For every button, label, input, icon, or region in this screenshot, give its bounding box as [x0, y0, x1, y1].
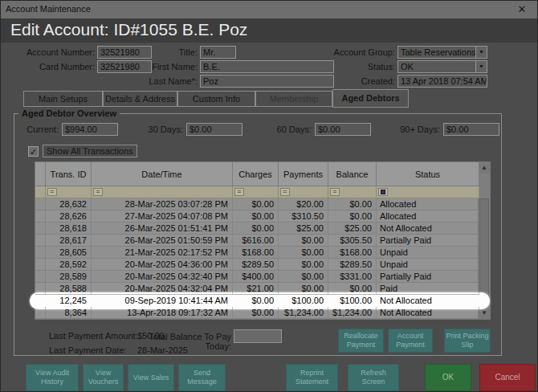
column-header-date-time[interactable]: Date/Time — [92, 162, 233, 186]
table-row[interactable]: 28,61726-Mar-2025 01:50:59 PM$616.00$0.0… — [35, 235, 478, 247]
total-balance-input[interactable] — [234, 329, 282, 343]
chevron-down-icon[interactable]: ▼ — [475, 47, 487, 58]
cell-id: 28,588 — [46, 283, 92, 295]
cell-payments: $0.00 — [279, 259, 328, 271]
table-row[interactable]: 28,59220-Mar-2025 04:36:00 PM$289.50$0.0… — [35, 259, 478, 271]
table-row[interactable]: 28,62627-Mar-2025 04:07:08 PM$0.00$310.5… — [35, 210, 478, 223]
filter-equals-icon[interactable]: = — [234, 188, 244, 196]
table-row[interactable]: 28,58920-Mar-2025 04:32:40 PM$400.00$0.0… — [35, 271, 478, 283]
filter-equals-icon[interactable]: = — [93, 188, 103, 196]
30-days-field: $0.00 — [186, 123, 243, 136]
window-title: Account Maintenance — [6, 4, 91, 14]
view-audit-history-button[interactable]: View Audit History — [26, 364, 79, 391]
total-balance-label: Total Balance To Pay Today: — [145, 332, 231, 351]
filter-cell-payments[interactable]: = — [279, 186, 328, 198]
filter-cell-trans-id[interactable]: = — [46, 186, 92, 198]
cell-id: 12,245 — [46, 295, 92, 307]
cell-datetime: 09-Sep-2019 10:41:44 AM — [92, 295, 233, 307]
print-packing-slip-button[interactable]: Print Packing Slip — [444, 329, 491, 353]
show-all-label: Show All Transactions — [43, 145, 137, 157]
account-group-select[interactable]: Table Reservations ▼ — [397, 46, 487, 59]
column-header-trans-id[interactable]: Trans. ID — [46, 162, 92, 186]
cell-datetime: 20-Mar-2025 04:32:04 PM — [92, 283, 233, 295]
ok-button[interactable]: OK — [425, 364, 471, 391]
table-row[interactable]: 28,63228-Mar-2025 03:07:28 PM$0.00$20.00… — [35, 198, 478, 210]
created-label: Created: — [314, 75, 395, 88]
check-icon: ✓ — [30, 147, 37, 157]
filter-equals-icon[interactable]: = — [330, 188, 340, 196]
cell-status: Not Allocated — [377, 223, 479, 235]
table-row[interactable]: 8,36413-Apr-2018 09:17:32 AM$0.00$1,234.… — [35, 307, 478, 319]
cell-status: Unpaid — [377, 247, 479, 259]
cell-datetime: 20-Mar-2025 04:32:40 PM — [92, 271, 233, 283]
view-vouchers-button[interactable]: View Vouchers — [83, 364, 124, 391]
refresh-screen-button[interactable]: Refresh Screen — [348, 364, 399, 391]
filter-cell-status[interactable] — [377, 186, 479, 198]
account-group-value: Table Reservations — [401, 47, 476, 57]
filter-cell-charges[interactable]: = — [233, 186, 279, 198]
cell-charges: $0.00 — [233, 307, 279, 319]
cell-status: Partially Paid — [377, 235, 479, 247]
status-select[interactable]: OK ▼ — [397, 60, 487, 73]
status-value: OK — [401, 62, 414, 71]
filter-equals-icon[interactable]: = — [47, 188, 57, 196]
cell-id: 28,605 — [46, 247, 92, 259]
cell-status: Allocated — [377, 198, 479, 210]
reallocate-payment-button[interactable]: Reallocate Payment — [338, 329, 384, 353]
table-row[interactable]: 28,60521-Mar-2025 02:17:52 PM$168.00$0.0… — [35, 247, 478, 259]
table-row[interactable]: 28,58820-Mar-2025 04:32:04 PM$21.00$0.00… — [35, 283, 478, 295]
cell-id: 28,617 — [46, 235, 92, 247]
scrollbar-thumb[interactable] — [479, 198, 489, 303]
cell-charges: $0.00 — [233, 223, 279, 235]
filter-box-icon[interactable] — [378, 188, 388, 196]
column-header-status[interactable]: Status — [377, 162, 479, 186]
tab-custom-info[interactable]: Custom Info — [177, 91, 255, 107]
filter-equals-icon[interactable]: = — [280, 188, 290, 196]
tab-details-address[interactable]: Details & Address — [103, 91, 177, 107]
reprint-statement-button[interactable]: Reprint Statement — [286, 364, 338, 391]
cell-charges: $0.00 — [233, 198, 279, 210]
tab-membership[interactable]: Membership — [255, 91, 332, 107]
view-sales-button[interactable]: View Sales — [128, 364, 174, 391]
send-message-button[interactable]: Send Message — [178, 364, 226, 391]
cell-balance: $331.00 — [328, 271, 377, 283]
cell-datetime: 28-Mar-2025 03:07:28 PM — [92, 198, 233, 210]
tab-aged-debtors[interactable]: Aged Debtors — [332, 89, 409, 108]
filter-cell-date-time[interactable]: = — [92, 186, 233, 198]
cell-charges: $0.00 — [233, 210, 279, 223]
filter-cell-balance[interactable]: = — [328, 186, 377, 198]
created-field: 13 Apr 2018 07:54 AM — [397, 75, 487, 88]
chevron-down-icon[interactable]: ▼ — [475, 61, 487, 72]
table-row[interactable]: 28,61826-Mar-2025 01:51:41 PM$0.00$25.00… — [35, 223, 478, 235]
90-days-field: $0.00 — [443, 123, 499, 136]
cell-id: 28,589 — [46, 271, 92, 283]
title-bar: Account Maintenance ✕ — [1, 1, 537, 18]
cell-datetime: 21-Mar-2025 02:17:52 PM — [92, 247, 233, 259]
scroll-up-icon[interactable]: ▲ — [479, 162, 490, 174]
column-header-balance[interactable]: Balance — [328, 162, 377, 186]
account-number-label: Account Number: — [17, 46, 95, 59]
title-field[interactable]: Mr. — [200, 46, 236, 59]
table-row[interactable]: 12,24509-Sep-2019 10:41:44 AM$0.00$100.0… — [35, 295, 478, 307]
tab-main-setups[interactable]: Main Setups — [23, 91, 103, 107]
cancel-button[interactable]: Cancel — [479, 364, 536, 391]
last-payment-date-label: Last Payment Date: — [49, 345, 127, 355]
cell-datetime: 20-Mar-2025 04:36:00 PM — [92, 259, 233, 271]
cell-status: Not Allocated — [377, 295, 479, 307]
column-header-payments[interactable]: Payments — [279, 162, 328, 186]
cell-payments: $1,234.00 — [279, 307, 328, 319]
60-days-label: 60 Days: — [270, 123, 312, 136]
column-header-charges[interactable]: Charges — [233, 162, 279, 186]
cell-status: Partially Paid — [377, 271, 479, 283]
cell-payments: $310.50 — [279, 210, 328, 223]
cell-charges: $21.00 — [233, 283, 279, 295]
row-indicator — [35, 283, 46, 295]
cell-payments: $0.00 — [279, 235, 328, 247]
close-icon[interactable]: ✕ — [515, 2, 529, 17]
cell-datetime: 26-Mar-2025 01:50:59 PM — [92, 235, 233, 247]
scroll-down-icon[interactable]: ▼ — [479, 308, 490, 319]
cell-datetime: 26-Mar-2025 01:51:41 PM — [92, 223, 233, 235]
show-all-checkbox[interactable]: ✓ — [28, 146, 39, 157]
account-payment-button[interactable]: Account Payment — [388, 329, 433, 353]
row-indicator — [35, 235, 46, 247]
